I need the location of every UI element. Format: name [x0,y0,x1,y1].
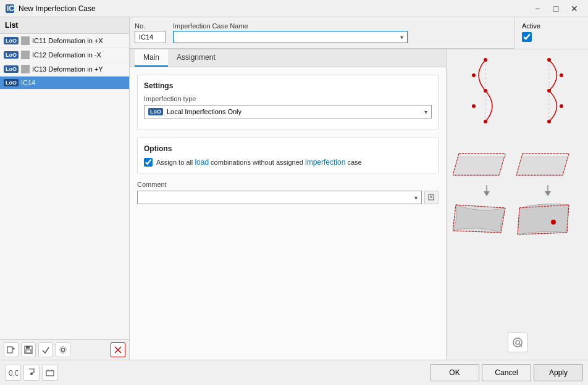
window-controls: − □ ✕ [529,1,583,16]
svg-point-23 [547,120,551,123]
svg-point-15 [484,58,487,62]
active-label: Active [522,22,540,30]
svg-rect-7 [26,350,31,353]
main-content: Main Assignment Settings Imperfection ty… [130,49,588,360]
center-panel: Main Assignment Settings Imperfection ty… [130,49,446,360]
content-area: List LoO IC11 Deformation in +X LoO IC12… [0,17,588,360]
highlight-load: load [195,158,209,167]
sidebar-footer [0,339,129,360]
cancel-button[interactable]: Cancel [482,364,531,381]
extra-tool-button[interactable] [42,365,58,381]
right-panel-footer [508,333,527,352]
name-input[interactable] [177,33,400,41]
tag-ic11: LoO [4,37,19,44]
svg-point-38 [516,341,519,344]
imperfection-type-arrow[interactable]: ▾ [424,109,427,115]
svg-point-24 [560,73,563,77]
sidebar-item-ic11[interactable]: LoO IC11 Deformation in +X [0,34,129,48]
comment-label: Comment [137,181,439,188]
no-input[interactable] [135,31,166,43]
svg-marker-31 [484,191,490,196]
active-section: Active [514,17,588,49]
sidebar-header: List [0,17,129,34]
decimal-tool-button[interactable]: 0.0 [5,365,21,381]
svg-point-25 [560,104,563,108]
reference-tool-button[interactable] [23,365,40,381]
svg-marker-29 [523,154,569,157]
tab-main[interactable]: Main [135,49,168,67]
item-icon-ic12 [21,51,30,59]
assign-all-checkbox[interactable] [144,158,153,167]
maximize-button[interactable]: □ [547,1,565,16]
svg-point-16 [484,89,487,93]
comment-input[interactable] [141,194,414,201]
arrow-down-1 [458,184,516,196]
minimize-button[interactable]: − [529,1,546,16]
svg-point-21 [547,58,551,62]
active-checkbox[interactable] [522,32,532,42]
top-diagrams [456,57,579,125]
diagram-beam-2 [520,57,579,125]
svg-text:0.0: 0.0 [9,369,18,378]
tabs: Main Assignment [130,49,446,67]
plate-flat-1 [453,144,511,181]
tab-content-main: Settings Imperfection type LoO Local Imp… [130,67,446,360]
name-label: Imperfection Case Name [173,22,509,30]
imperfection-type-dropdown[interactable]: LoO Local Imperfections Only ▾ [144,105,432,118]
sidebar-item-label-ic12: IC12 Deformation in -X [32,51,101,59]
svg-marker-33 [545,191,551,196]
tag-ic12: LoO [4,51,19,59]
save-button[interactable] [21,342,36,357]
no-label: No. [135,22,166,30]
diagram-beam-1 [456,57,515,125]
plate-diagrams [453,144,582,239]
settings-button[interactable] [56,342,70,357]
check-button[interactable] [38,342,53,357]
svg-point-19 [472,104,476,108]
comment-dropdown[interactable]: ▾ [137,191,422,204]
plate-deformed-1 [453,199,511,239]
right-panel [446,49,588,360]
item-icon-ic11 [21,36,30,45]
svg-rect-2 [7,347,12,353]
sidebar-item-label-ic14: IC14 [21,79,35,86]
option-row-assign: Assign to all load combinations without … [144,158,432,167]
close-button[interactable]: ✕ [566,1,583,16]
tag-ic14: LoO [4,79,19,86]
new-button[interactable] [4,342,19,357]
diagram-help-button[interactable] [508,333,527,352]
plate-flat-2 [516,144,575,181]
tab-assignment[interactable]: Assignment [168,49,224,67]
name-dropdown[interactable]: ▾ [173,31,408,43]
svg-point-22 [547,89,551,93]
imperfection-type-row: Imperfection type LoO Local Imperfection… [144,95,432,118]
center-right-wrapper: No. Imperfection Case Name ▾ Active [130,17,588,360]
main-layout: List LoO IC11 Deformation in +X LoO IC12… [0,17,588,385]
svg-point-18 [472,73,476,77]
svg-rect-42 [46,371,54,376]
sidebar-item-ic12[interactable]: LoO IC12 Deformation in -X [0,48,129,62]
comment-dropdown-arrow[interactable]: ▾ [414,194,418,201]
comment-edit-button[interactable] [424,191,439,204]
name-dropdown-arrow[interactable]: ▾ [400,34,403,41]
plate-deformed-2 [516,199,575,239]
svg-point-36 [551,220,556,225]
arrow-down-2 [519,184,578,196]
imperfection-type-label: Imperfection type [144,95,432,102]
settings-title: Settings [144,81,432,90]
top-fields-row: No. Imperfection Case Name ▾ Active [130,17,588,49]
sidebar-item-ic14[interactable]: LoO IC14 [0,77,129,89]
sidebar-item-label-ic13: IC13 Deformation in +Y [32,65,103,73]
svg-point-8 [62,349,65,352]
ok-button[interactable]: OK [430,364,479,381]
comment-input-row: ▾ [137,191,439,204]
apply-button[interactable]: Apply [534,364,583,381]
item-icon-ic13 [21,65,30,73]
sidebar-item-label-ic11: IC11 Deformation in +X [32,37,103,44]
assign-all-label: Assign to all load combinations without … [156,158,362,167]
sidebar-item-ic13[interactable]: LoO IC13 Deformation in +Y [0,62,129,77]
delete-button[interactable] [111,342,125,357]
highlight-imperfection: imperfection [305,158,345,167]
title-bar: IC New Imperfection Case − □ ✕ [0,0,588,17]
svg-point-17 [484,120,487,123]
